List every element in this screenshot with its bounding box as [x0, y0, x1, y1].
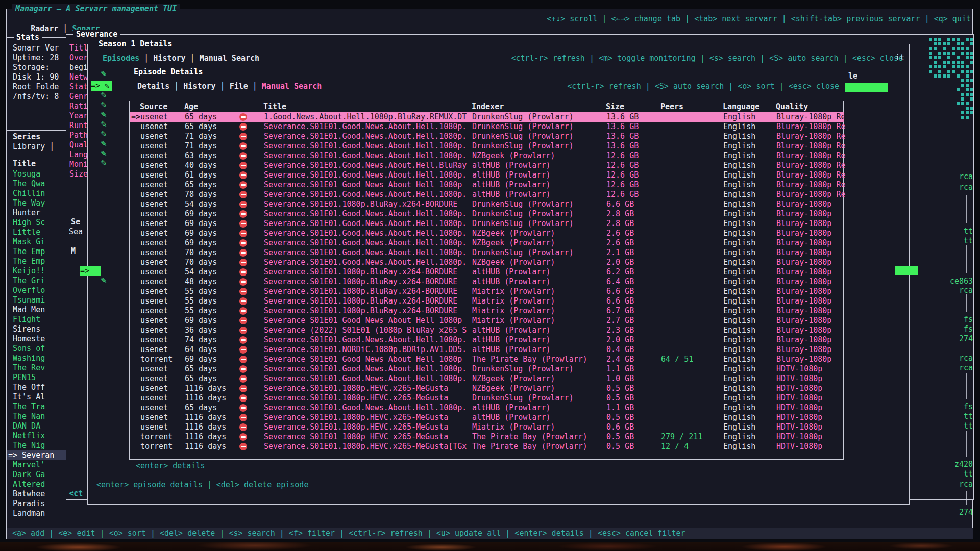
episode-monitor-icon[interactable]: ✎ [101, 159, 107, 168]
search-result-row[interactable]: usenet48 daysSeverance.S01E01.1080p.BluR… [130, 277, 844, 287]
series-item-the-emp[interactable]: The Emp [7, 257, 66, 266]
search-result-row[interactable]: usenet69 daysSeverance.S01E01.Good.News.… [130, 219, 844, 229]
column-header-source[interactable]: Source [140, 102, 167, 112]
search-result-row[interactable]: usenet55 daysSeverance.S01E01.1080p.BluR… [130, 306, 844, 316]
search-result-row[interactable]: usenet74 daysSeverance.S01E01.Good.News.… [130, 335, 844, 345]
episode-monitor-icon[interactable]: ✎ [101, 69, 107, 79]
search-result-row[interactable]: usenet71 daysSeverance.S01E01.Good.News.… [130, 141, 844, 151]
episode-monitor-icon[interactable]: ✎ [101, 110, 107, 120]
series-item-paradis[interactable]: Paradis [7, 499, 66, 509]
search-result-row[interactable]: usenet69 daysSeverance S01E01 Good News … [130, 316, 844, 325]
search-result-row[interactable]: usenet65 daysSeverance.S01E01.Good.News.… [130, 122, 844, 132]
series-tab-library[interactable]: Library │ [13, 142, 54, 152]
tab-history[interactable]: History [183, 82, 215, 91]
episode-monitor-icon[interactable]: ✎ [101, 130, 107, 139]
tab-history[interactable]: History [153, 54, 185, 63]
series-item-yosuga[interactable]: Yosuga [7, 169, 66, 179]
tab-file[interactable]: File [230, 82, 248, 91]
search-result-row[interactable]: usenet54 daysSeverance.S01E01.1080p.BluR… [130, 267, 844, 277]
tab-manual-search[interactable]: Manual Search [200, 54, 259, 63]
column-header-age[interactable]: Age [184, 102, 198, 112]
search-result-row[interactable]: usenet78 daysSeverance.S01E01.Good.News.… [130, 190, 844, 199]
search-result-row[interactable]: usenet36 daysSeverance (2022) S01E01 (10… [130, 325, 844, 335]
search-result-row[interactable]: usenet55 daysSeverance.S01E01.1080p.BluR… [130, 287, 844, 296]
search-result-row[interactable]: usenet1116 daysSeverance.S01E01.1080p.HE… [130, 422, 844, 432]
episode-monitor-icon[interactable]: ✎ [101, 101, 107, 110]
search-result-row[interactable]: usenet70 daysSeverance.S01E01.Good.News.… [130, 248, 844, 258]
series-item-the-nan[interactable]: The Nan [7, 412, 66, 421]
tab-details[interactable]: Details [137, 82, 169, 91]
search-result-row[interactable]: torrent1116 daysSeverance S01E01 1080p H… [130, 432, 844, 442]
tab-manual-search[interactable]: Manual Search [262, 82, 322, 91]
search-result-row[interactable]: usenet69 daysSeverance.S01E01.Good.News.… [130, 229, 844, 238]
search-result-row[interactable]: usenet40 daysSeverance.S01E01.Good.News.… [130, 161, 844, 170]
tab-episodes[interactable]: Episodes [103, 54, 139, 63]
search-result-row[interactable]: usenet54 daysSeverance.S01E01.1080p.BluR… [130, 199, 844, 209]
tab-radarr[interactable]: Radarr [31, 24, 58, 33]
search-result-row[interactable]: usenet65 daysSeverance.S01E01.Good.News.… [130, 403, 844, 413]
series-item-dan-da[interactable]: DAN DA [7, 421, 66, 431]
column-header-size[interactable]: Size [606, 102, 624, 112]
search-result-row[interactable]: usenet1116 daysSeverance.S01E01.1080p.HE… [130, 393, 844, 403]
column-header-title[interactable]: Title [263, 102, 286, 112]
search-result-row[interactable]: usenet69 daysSeverance.S01E01.Good.News.… [130, 238, 844, 248]
series-item-the-way[interactable]: The Way [7, 198, 66, 208]
series-item-hunter[interactable]: Hunter [7, 208, 66, 218]
series-item-the-gri[interactable]: The Gri [7, 276, 66, 286]
search-result-row[interactable]: usenet65 daysSeverance.S01E01 Good News … [130, 180, 844, 190]
series-item-netflix[interactable]: Netflix [7, 431, 66, 441]
series-item-severan[interactable]: => Severan [7, 450, 66, 460]
column-header-quality[interactable]: Quality [776, 102, 808, 112]
series-item-tsunami[interactable]: Tsunami [7, 295, 66, 305]
series-item-pen15[interactable]: PEN15 [7, 373, 66, 383]
search-result-row[interactable]: usenet63 daysSeverance.S01E01.Good.News.… [130, 151, 844, 161]
series-item-dark-ga[interactable]: Dark Ga [7, 470, 66, 480]
series-item-marvel-[interactable]: Marvel' [7, 460, 66, 470]
search-result-row[interactable]: usenet64 daysSeverance.S01E01.NORDiC.108… [130, 345, 844, 355]
series-item-washing[interactable]: Washing [7, 354, 66, 363]
series-item-chillin[interactable]: Chillin [7, 189, 66, 198]
series-item-keijo-[interactable]: Keijo!! [7, 266, 66, 276]
episode-monitor-icon[interactable]: ✎ [101, 276, 107, 286]
series-item-homeste[interactable]: Homeste [7, 334, 66, 344]
selected-episode-monitor[interactable]: => ✎ [91, 81, 112, 91]
episode-monitor-icon[interactable]: ✎ [101, 139, 107, 149]
series-item-altered[interactable]: Altered [7, 480, 66, 489]
series-item-flight[interactable]: Flight [7, 315, 66, 324]
series-item-landman[interactable]: Landman [7, 509, 66, 518]
search-result-row[interactable]: usenet69 daysSeverance.S01E01.Good.News.… [130, 209, 844, 219]
search-result-row[interactable]: usenet71 daysSeverance.S01E01.Good.News.… [130, 132, 844, 141]
series-item-high-sc[interactable]: High Sc [7, 218, 66, 228]
episode-monitor-icon[interactable]: ✎ [101, 91, 107, 101]
search-result-row[interactable]: usenet1116 daysSeverance.S01E01.1080p.HE… [130, 384, 844, 393]
series-item-the-emp[interactable]: The Emp [7, 247, 66, 257]
series-item-little[interactable]: Little [7, 228, 66, 237]
series-item-overflo[interactable]: Overflo [7, 286, 66, 295]
search-result-row[interactable]: usenet61 daysSeverance.S01E01.Good.News.… [130, 170, 844, 180]
search-result-row[interactable]: usenet55 daysSeverance.S01E01.1080p.BluR… [130, 296, 844, 306]
series-item-mad-men[interactable]: Mad Men [7, 305, 66, 315]
series-item-batwhee[interactable]: Batwhee [7, 489, 66, 499]
series-column-header-title[interactable]: Title [13, 159, 36, 169]
episode-monitor-icon[interactable]: ✎ [101, 149, 107, 159]
series-item-the-qwa[interactable]: The Qwa [7, 179, 66, 189]
series-item-the-off[interactable]: The Off [7, 383, 66, 392]
search-result-row[interactable]: =>usenet65 days1.Good.News.About.Hell.10… [130, 112, 844, 122]
search-result-row[interactable]: usenet70 daysSeverance.S01E01.Good.News.… [130, 258, 844, 267]
episode-monitor-icon[interactable]: ✎ [101, 120, 107, 130]
series-item-the-rev[interactable]: The Rev [7, 363, 66, 373]
series-item-the-nig[interactable]: The Nig [7, 441, 66, 450]
search-result-row[interactable]: torrent1116 daysSeverance.S01E01.1080p.H… [130, 442, 844, 452]
series-item-sons-of[interactable]: Sons of [7, 344, 66, 354]
series-item-mask-gi[interactable]: Mask Gi [7, 237, 66, 247]
column-header-indexer[interactable]: Indexer [472, 102, 504, 112]
search-result-row[interactable]: usenet65 daysSeverance.S01E01.Good.News.… [130, 364, 844, 374]
series-item-it-s-al[interactable]: It's Al [7, 392, 66, 402]
series-item-sirens[interactable]: Sirens [7, 324, 66, 334]
column-header-peers[interactable]: Peers [660, 102, 683, 112]
search-result-row[interactable]: usenet1116 daysSeverance.S01E01.1080p.HE… [130, 413, 844, 422]
series-item-the-tra[interactable]: The Tra [7, 402, 66, 412]
search-result-row[interactable]: usenet65 daysSeverance.S01E01.Good.News.… [130, 374, 844, 384]
column-header-language[interactable]: Language [723, 102, 760, 112]
search-result-row[interactable]: torrent69 daysSeverance S01E01 Good News… [130, 355, 844, 364]
